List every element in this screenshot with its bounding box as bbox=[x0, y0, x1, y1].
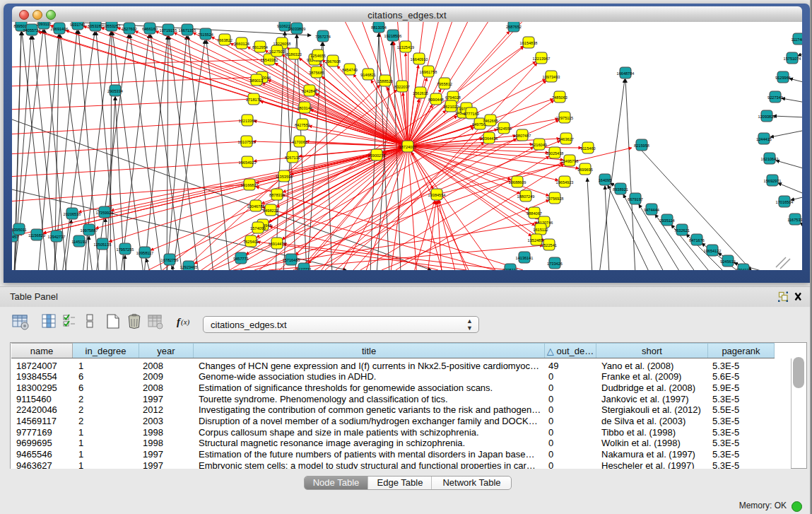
svg-text:18807249: 18807249 bbox=[517, 194, 535, 199]
svg-text:12975115: 12975115 bbox=[556, 116, 573, 120]
svg-text:8878334: 8878334 bbox=[269, 193, 285, 197]
svg-text:9146821: 9146821 bbox=[360, 73, 376, 77]
svg-text:7625402: 7625402 bbox=[243, 240, 259, 244]
svg-text:1574099: 1574099 bbox=[250, 226, 266, 230]
svg-text:8322037: 8322037 bbox=[394, 85, 410, 89]
svg-text:17359924: 17359924 bbox=[96, 211, 114, 215]
svg-text:2803144: 2803144 bbox=[297, 106, 312, 110]
svg-text:15900275: 15900275 bbox=[368, 153, 386, 158]
svg-text:1244415: 1244415 bbox=[756, 137, 772, 141]
svg-text:9884067: 9884067 bbox=[526, 211, 542, 216]
svg-text:7663822: 7663822 bbox=[217, 38, 233, 42]
svg-text:8938921: 8938921 bbox=[613, 187, 628, 192]
svg-text:9242848: 9242848 bbox=[302, 89, 317, 93]
svg-text:9205114: 9205114 bbox=[502, 268, 517, 270]
svg-text:9463627: 9463627 bbox=[558, 137, 574, 141]
svg-text:4170061: 4170061 bbox=[292, 140, 307, 144]
svg-text:13524851: 13524851 bbox=[528, 238, 546, 243]
svg-text:12213369: 12213369 bbox=[239, 119, 257, 123]
svg-text:1145191: 1145191 bbox=[71, 240, 86, 244]
svg-text:8267130: 8267130 bbox=[285, 156, 300, 160]
svg-text:2935114: 2935114 bbox=[659, 218, 674, 223]
svg-text:17957255: 17957255 bbox=[117, 247, 134, 252]
svg-text:16961758: 16961758 bbox=[420, 70, 437, 74]
svg-text:16640910: 16640910 bbox=[411, 57, 428, 62]
svg-text:2687652: 2687652 bbox=[506, 25, 522, 29]
svg-text:164095: 164095 bbox=[599, 178, 612, 182]
svg-text:1117403: 1117403 bbox=[792, 37, 802, 42]
svg-text:6679197: 6679197 bbox=[628, 197, 643, 201]
svg-text:16543382: 16543382 bbox=[261, 58, 278, 62]
svg-text:12213967: 12213967 bbox=[533, 57, 551, 61]
svg-text:1527602: 1527602 bbox=[122, 27, 137, 31]
svg-text:10688609: 10688609 bbox=[509, 180, 526, 185]
svg-text:16033809: 16033809 bbox=[288, 27, 306, 31]
svg-text:1588520: 1588520 bbox=[377, 79, 393, 83]
svg-text:9699695: 9699695 bbox=[577, 168, 593, 172]
svg-text:6466160: 6466160 bbox=[142, 27, 158, 31]
svg-text:9457771: 9457771 bbox=[233, 257, 249, 261]
svg-text:19654923: 19654923 bbox=[556, 180, 574, 185]
svg-text:7304119: 7304119 bbox=[736, 268, 751, 270]
svg-text:2718170: 2718170 bbox=[246, 98, 261, 102]
svg-text:9115460: 9115460 bbox=[580, 146, 595, 151]
svg-text:9777169: 9777169 bbox=[464, 112, 479, 116]
svg-text:1093117: 1093117 bbox=[36, 22, 51, 26]
svg-text:10719155: 10719155 bbox=[160, 28, 177, 33]
svg-text:8427552: 8427552 bbox=[295, 123, 310, 127]
svg-text:16648784: 16648784 bbox=[617, 71, 635, 76]
svg-text:19654923: 19654923 bbox=[239, 160, 257, 165]
svg-text:10973493: 10973493 bbox=[543, 75, 560, 79]
svg-text:7357274: 7357274 bbox=[315, 35, 331, 39]
svg-text:6053287: 6053287 bbox=[88, 24, 103, 28]
svg-text:1167533: 1167533 bbox=[787, 218, 802, 222]
svg-text:9474444: 9474444 bbox=[644, 208, 659, 212]
svg-text:1254655: 1254655 bbox=[310, 54, 326, 58]
svg-text:2905334: 2905334 bbox=[107, 89, 123, 93]
svg-text:6216049: 6216049 bbox=[531, 143, 547, 147]
svg-text:8395011: 8395011 bbox=[12, 228, 27, 232]
svg-text:15495798: 15495798 bbox=[561, 159, 579, 163]
svg-text:18724007: 18724007 bbox=[399, 145, 417, 149]
svg-text:9031741: 9031741 bbox=[70, 23, 86, 27]
svg-text:10025438: 10025438 bbox=[546, 151, 564, 156]
svg-text:10958117: 10958117 bbox=[136, 251, 153, 255]
svg-text:2967608: 2967608 bbox=[325, 59, 341, 64]
svg-text:10553257: 10553257 bbox=[103, 24, 121, 28]
svg-text:3875685: 3875685 bbox=[309, 71, 324, 75]
svg-text:12923465: 12923465 bbox=[180, 265, 198, 269]
svg-text:8215958: 8215958 bbox=[634, 144, 649, 148]
svg-text:11353594: 11353594 bbox=[276, 175, 293, 179]
svg-text:6794028: 6794028 bbox=[445, 95, 461, 100]
svg-text:20206538: 20206538 bbox=[64, 212, 81, 216]
svg-text:15716485: 15716485 bbox=[283, 258, 300, 262]
svg-text:9129966: 9129966 bbox=[775, 76, 791, 80]
svg-text:8186323: 8186323 bbox=[286, 52, 302, 57]
svg-text:16210643: 16210643 bbox=[761, 157, 779, 161]
svg-text:1621022: 1621022 bbox=[443, 105, 459, 109]
svg-text:7955812: 7955812 bbox=[437, 82, 452, 86]
svg-text:1733426: 1733426 bbox=[547, 262, 563, 266]
svg-text:10107553: 10107553 bbox=[238, 140, 256, 144]
svg-text:11325419: 11325419 bbox=[397, 45, 414, 49]
svg-text:1562615: 1562615 bbox=[413, 91, 428, 95]
svg-text:10807487: 10807487 bbox=[514, 134, 531, 138]
svg-text:9227343: 9227343 bbox=[767, 95, 783, 100]
svg-text:15692971: 15692971 bbox=[764, 179, 782, 183]
svg-text:8990448: 8990448 bbox=[428, 98, 444, 102]
svg-text:19166827: 19166827 bbox=[241, 183, 259, 187]
svg-text:17016504: 17016504 bbox=[776, 200, 794, 204]
svg-text:9127503: 9127503 bbox=[269, 49, 285, 54]
svg-text:2522541: 2522541 bbox=[541, 243, 557, 247]
svg-text:16154838: 16154838 bbox=[520, 41, 538, 45]
svg-text:19384554: 19384554 bbox=[428, 193, 446, 197]
svg-text:10654122: 10654122 bbox=[704, 249, 722, 253]
svg-text:391457: 391457 bbox=[12, 235, 18, 239]
svg-text:20364436: 20364436 bbox=[481, 136, 498, 141]
svg-text:9245612: 9245612 bbox=[720, 259, 736, 264]
svg-text:8912954: 8912954 bbox=[252, 45, 268, 49]
svg-text:24055724: 24055724 bbox=[23, 28, 41, 33]
svg-text:14136141: 14136141 bbox=[516, 256, 534, 260]
svg-text:16914479: 16914479 bbox=[269, 242, 286, 246]
svg-text:70756928: 70756928 bbox=[546, 197, 564, 201]
